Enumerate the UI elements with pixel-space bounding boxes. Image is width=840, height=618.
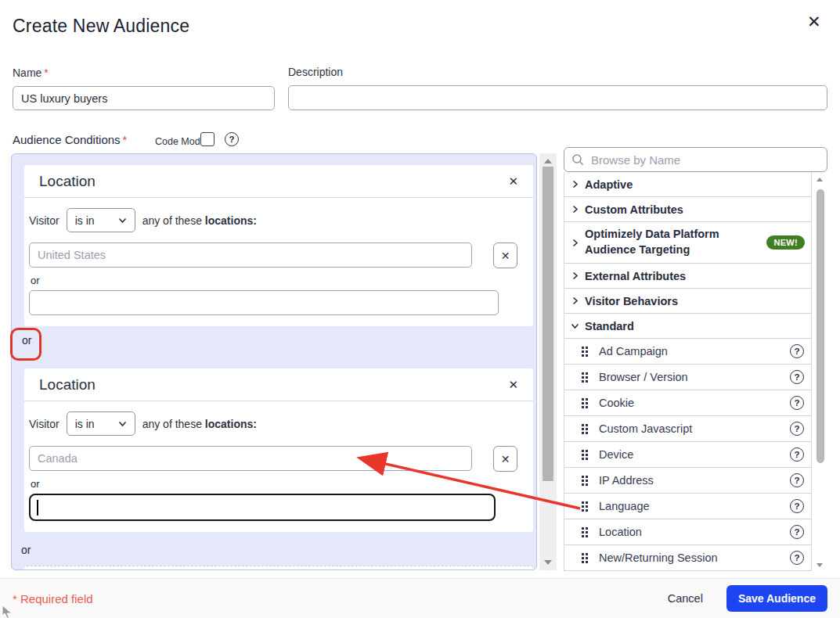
scroll-down-icon[interactable] [817, 563, 823, 567]
conditions-region: Location ✕ Visitor is in any of these lo… [11, 153, 557, 570]
condition-drop-zone[interactable] [24, 566, 533, 570]
browse-item-ad-campaign[interactable]: Ad Campaign? [564, 339, 811, 365]
chevron-down-icon [118, 216, 127, 225]
row-label: Visitor Behaviors [585, 295, 678, 307]
row-label: IP Address [599, 474, 654, 487]
row-label: Custom Attributes [585, 203, 683, 216]
required-asterisk: * [123, 133, 128, 146]
operator-select[interactable]: is in [67, 208, 135, 232]
scroll-up-icon[interactable] [544, 159, 552, 163]
close-icon[interactable]: ✕ [807, 13, 821, 31]
browse-item-custom-javascript[interactable]: Custom Javascript? [564, 416, 811, 442]
scrollbar-thumb[interactable] [543, 167, 553, 481]
scroll-down-icon[interactable] [544, 560, 552, 565]
help-icon[interactable]: ? [790, 473, 804, 487]
drag-handle-icon[interactable] [582, 553, 588, 563]
create-audience-modal: { "modal": { "title": "Create New Audien… [0, 0, 840, 618]
remove-value-icon[interactable]: ✕ [493, 446, 517, 472]
location-input-2[interactable] [29, 290, 499, 315]
browse-item-browser-version[interactable]: Browser / Version? [564, 365, 811, 390]
operator-value: is in [75, 214, 95, 227]
browse-group-optimizely-data-platform-audience-targeting[interactable]: Optimizely Data Platform Audience Target… [564, 222, 811, 264]
browse-item-language[interactable]: Language? [564, 494, 811, 519]
drag-handle-icon[interactable] [582, 450, 588, 460]
help-icon[interactable]: ? [790, 525, 804, 539]
chevron-down-icon [118, 419, 127, 428]
row-label: New/Returning Session [599, 552, 718, 564]
help-icon[interactable]: ? [790, 344, 804, 358]
clause-normal: any of these [142, 418, 202, 430]
row-label: Location [599, 526, 642, 538]
name-label-text: Name [13, 66, 41, 79]
chevron-right-icon [571, 239, 579, 247]
browse-group-adaptive[interactable]: Adaptive [564, 172, 811, 197]
condition-card-body: Visitor is in any of these locations: ✕ … [24, 401, 533, 532]
location-input-1[interactable] [29, 243, 472, 268]
browse-item-location[interactable]: Location? [564, 519, 811, 545]
condition-card-title: Location [39, 173, 96, 190]
drag-handle-icon[interactable] [582, 476, 588, 486]
browse-item-cookie[interactable]: Cookie? [564, 390, 811, 416]
browse-group-external-attributes[interactable]: External Attributes [564, 264, 811, 289]
remove-condition-icon[interactable]: ✕ [508, 378, 518, 392]
browse-group-visitor-behaviors[interactable]: Visitor Behaviors [564, 289, 811, 314]
row-label: Cookie [599, 397, 634, 409]
drag-handle-icon[interactable] [582, 527, 588, 537]
browse-search [564, 147, 827, 172]
help-icon[interactable]: ? [790, 422, 804, 436]
condition-card-location-1: Location ✕ Visitor is in any of these lo… [24, 165, 533, 326]
save-audience-button[interactable]: Save Audience [726, 585, 827, 612]
chevron-right-icon [571, 271, 579, 280]
scroll-up-icon[interactable] [817, 178, 823, 181]
browse-search-input[interactable] [564, 147, 827, 172]
condition-card-header: Location ✕ [24, 165, 533, 198]
visitor-row: Visitor is in any of these locations: [29, 208, 525, 232]
conditions-scrollbar[interactable] [539, 153, 557, 570]
new-badge: NEW! [766, 235, 805, 250]
clause-text: any of these locations: [142, 418, 257, 430]
audience-conditions-text: Audience Conditions [13, 133, 121, 146]
condition-card-header: Location ✕ [24, 368, 533, 401]
location-input-2-focused[interactable] [29, 494, 496, 521]
row-label: Device [599, 448, 633, 461]
browse-item-ip-address[interactable]: IP Address? [564, 468, 811, 494]
chevron-right-icon [571, 180, 579, 189]
or-separator: or [21, 544, 536, 556]
code-mode-checkbox[interactable] [200, 132, 215, 146]
search-icon [571, 153, 584, 169]
description-input[interactable] [288, 85, 827, 110]
operator-select[interactable]: is in [67, 411, 135, 436]
remove-value-icon[interactable]: ✕ [493, 243, 517, 268]
cancel-button[interactable]: Cancel [668, 592, 703, 605]
clause-bold: locations: [205, 214, 257, 227]
help-icon[interactable]: ? [790, 447, 804, 462]
browse-item-new-returning-session[interactable]: New/Returning Session? [564, 545, 811, 571]
code-mode-help-icon[interactable]: ? [225, 132, 239, 146]
focused-input-wrap [29, 494, 496, 521]
browse-scrollbar[interactable] [816, 174, 825, 569]
scrollbar-thumb[interactable] [817, 189, 824, 463]
chevron-right-icon [571, 296, 579, 305]
drag-handle-icon[interactable] [582, 398, 588, 408]
help-icon[interactable]: ? [790, 499, 804, 513]
drag-handle-icon[interactable] [582, 347, 588, 357]
drag-handle-icon[interactable] [582, 372, 588, 383]
help-icon[interactable]: ? [790, 396, 804, 410]
text-caret [37, 500, 38, 516]
or-separator: or [22, 334, 31, 347]
remove-condition-icon[interactable]: ✕ [508, 174, 518, 189]
chevron-down-icon [571, 322, 579, 330]
row-label: Browser / Version [599, 371, 688, 383]
help-icon[interactable]: ? [790, 551, 804, 565]
name-input[interactable] [13, 86, 275, 110]
drag-handle-icon[interactable] [582, 501, 588, 512]
browse-group-custom-attributes[interactable]: Custom Attributes [564, 197, 811, 222]
browse-rows: AdaptiveCustom AttributesOptimizely Data… [564, 172, 812, 571]
row-label: Standard [585, 320, 634, 332]
location-input-1[interactable] [29, 446, 472, 471]
help-icon[interactable]: ? [790, 370, 804, 384]
browse-item-device[interactable]: Device? [564, 442, 811, 468]
browse-group-standard[interactable]: Standard [564, 314, 811, 339]
drag-handle-icon[interactable] [582, 424, 588, 434]
chevron-right-icon [571, 205, 579, 214]
